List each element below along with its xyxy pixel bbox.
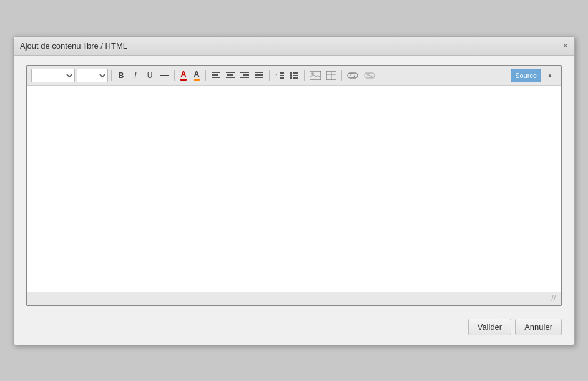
svg-rect-5 — [226, 77, 235, 78]
svg-line-27 — [365, 73, 374, 78]
svg-rect-4 — [227, 74, 233, 76]
align-group — [209, 69, 266, 82]
dialog-title: Ajout de contenu libre / HTML — [20, 41, 127, 51]
svg-point-16 — [290, 72, 292, 74]
align-left-icon — [212, 72, 220, 79]
bg-color-icon: A — [194, 69, 199, 79]
list-group: 1. — [273, 69, 301, 82]
svg-rect-19 — [293, 72, 298, 74]
dialog-footer: Valider Annuler — [14, 312, 574, 345]
align-right-button[interactable] — [238, 69, 252, 82]
source-button[interactable]: Source — [511, 69, 541, 82]
svg-rect-20 — [293, 75, 298, 76]
toolbar-separator-6 — [341, 70, 342, 81]
align-justify-button[interactable] — [252, 69, 266, 82]
svg-rect-14 — [280, 75, 284, 76]
svg-rect-8 — [240, 77, 249, 78]
dialog-body: B I U — A A — [14, 56, 574, 312]
toolbar-separator-1 — [111, 70, 112, 81]
ordered-list-icon: 1. — [275, 72, 284, 79]
font-family-select[interactable] — [31, 69, 75, 82]
image-button[interactable] — [308, 69, 323, 82]
font-size-select[interactable] — [77, 69, 108, 82]
align-justify-icon — [255, 72, 263, 79]
align-right-icon — [240, 72, 249, 79]
svg-rect-9 — [255, 72, 263, 73]
svg-rect-13 — [280, 72, 284, 74]
bold-button[interactable]: B — [115, 69, 127, 82]
svg-rect-10 — [255, 74, 263, 76]
image-icon — [310, 71, 321, 80]
svg-rect-11 — [255, 77, 263, 78]
bg-color-underline — [194, 79, 199, 81]
svg-rect-6 — [240, 72, 249, 73]
svg-rect-3 — [226, 72, 235, 73]
dialog: Ajout de contenu libre / HTML × B I U — — [13, 36, 575, 345]
svg-rect-15 — [280, 77, 284, 79]
svg-rect-0 — [212, 72, 220, 73]
align-center-button[interactable] — [223, 69, 237, 82]
unordered-list-icon — [290, 72, 298, 79]
svg-point-18 — [290, 77, 292, 79]
svg-point-17 — [290, 74, 292, 77]
editor-statusbar: // — [27, 292, 561, 305]
font-color-underline — [180, 79, 186, 81]
toolbar-separator-2 — [174, 70, 175, 81]
editor-container: B I U — A A — [26, 65, 562, 306]
toolbar-separator-5 — [304, 70, 305, 81]
italic-button[interactable]: I — [129, 69, 142, 82]
bg-color-button[interactable]: A — [191, 69, 202, 82]
editor-toolbar: B I U — A A — [27, 66, 561, 86]
resize-icon: // — [551, 294, 556, 303]
dialog-close-button[interactable]: × — [563, 41, 568, 50]
toolbar-separator-4 — [269, 70, 270, 81]
font-color-icon: A — [180, 69, 186, 79]
table-icon — [326, 71, 336, 80]
align-center-icon — [226, 72, 235, 79]
validate-button[interactable]: Valider — [468, 319, 512, 335]
dialog-titlebar: Ajout de contenu libre / HTML × — [14, 37, 574, 56]
cancel-button[interactable]: Annuler — [515, 319, 562, 335]
svg-rect-1 — [212, 74, 218, 76]
svg-rect-21 — [293, 77, 298, 79]
svg-rect-22 — [310, 71, 321, 80]
strikethrough-button[interactable]: — — [158, 69, 171, 82]
svg-text:1.: 1. — [275, 73, 280, 79]
align-left-button[interactable] — [209, 69, 223, 82]
link-button[interactable] — [345, 69, 360, 82]
link-icon — [347, 72, 358, 79]
editor-content-area[interactable] — [27, 86, 561, 292]
unlink-button[interactable] — [362, 69, 377, 82]
toolbar-separator-3 — [205, 70, 206, 81]
underline-button[interactable]: U — [144, 69, 156, 82]
font-color-button[interactable]: A — [178, 69, 189, 82]
svg-rect-7 — [243, 74, 249, 76]
ordered-list-button[interactable]: 1. — [273, 69, 287, 82]
unordered-list-button[interactable] — [287, 69, 301, 82]
unlink-icon — [364, 72, 375, 79]
table-button[interactable] — [325, 69, 338, 82]
svg-rect-2 — [212, 77, 220, 78]
expand-button[interactable]: ▲ — [543, 69, 557, 82]
